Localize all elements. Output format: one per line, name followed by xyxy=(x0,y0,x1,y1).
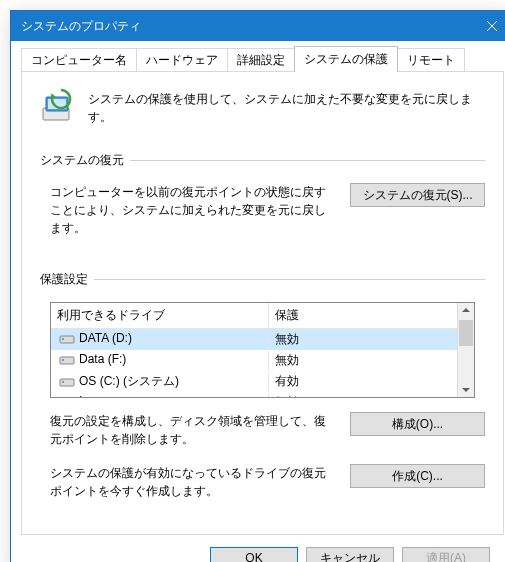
svg-rect-9 xyxy=(62,359,64,361)
protect-heading-label: 保護設定 xyxy=(40,271,88,288)
tab-remote[interactable]: リモート xyxy=(397,48,465,72)
create-button[interactable]: 作成(C)... xyxy=(350,464,485,488)
section-protect-heading: 保護設定 xyxy=(40,271,485,288)
apply-button: 適用(A) xyxy=(402,547,490,563)
tab-computer-name[interactable]: コンピューター名 xyxy=(21,48,137,72)
shield-restore-icon xyxy=(40,88,76,124)
drive-icon xyxy=(59,376,75,388)
drive-icon xyxy=(59,396,75,398)
dialog-footer: OK キャンセル 適用(A) xyxy=(21,535,504,562)
drive-icon xyxy=(59,354,75,366)
drive-name: Data (F:) xyxy=(79,352,126,366)
restore-heading-label: システムの復元 xyxy=(40,152,124,169)
configure-button[interactable]: 構成(O)... xyxy=(350,412,485,436)
drive-row[interactable]: OS (C:) (システム) 有効 xyxy=(51,371,474,392)
divider xyxy=(130,160,485,161)
configure-row: 復元の設定を構成し、ディスク領域を管理して、復元ポイントを削除します。 構成(O… xyxy=(40,412,485,448)
drive-icon xyxy=(59,333,75,345)
column-drive[interactable]: 利用できるドライブ xyxy=(51,303,269,328)
drive-row[interactable]: DATA (D:) 無効 xyxy=(51,329,474,350)
ok-button[interactable]: OK xyxy=(210,547,298,563)
intro-block: システムの保護を使用して、システムに加えた不要な変更を元に戻します。 xyxy=(40,88,485,126)
system-restore-button[interactable]: システムの復元(S)... xyxy=(350,183,485,207)
column-status[interactable]: 保護 xyxy=(269,303,474,328)
restore-row: コンピューターを以前の復元ポイントの状態に戻すことにより、システムに加えられた変… xyxy=(40,183,485,237)
drive-name: OS (C:) (システム) xyxy=(79,374,179,388)
tab-hardware[interactable]: ハードウェア xyxy=(136,48,228,72)
restore-description: コンピューターを以前の復元ポイントの状態に戻すことにより、システムに加えられた変… xyxy=(40,183,330,237)
create-description: システムの保護が有効になっているドライブの復元ポイントを今すぐ作成します。 xyxy=(40,464,330,500)
titlebar[interactable]: システムのプロパティ xyxy=(11,11,505,41)
window-title: システムのプロパティ xyxy=(21,18,141,35)
drive-list-body: DATA (D:) 無効 Data (F:) 無効 OS (C:) (システム)… xyxy=(51,329,474,398)
drive-status: 無効 xyxy=(269,393,474,398)
intro-text: システムの保護を使用して、システムに加えた不要な変更を元に戻します。 xyxy=(88,90,485,126)
drive-status: 有効 xyxy=(269,372,474,391)
drive-name: Image xyxy=(79,394,112,398)
section-restore-heading: システムの復元 xyxy=(40,152,485,169)
system-properties-window: システムのプロパティ コンピューター名 ハードウェア 詳細設定 システムの保護 … xyxy=(10,10,505,562)
tab-system-protection[interactable]: システムの保護 xyxy=(294,46,398,72)
tab-advanced[interactable]: 詳細設定 xyxy=(227,48,295,72)
drive-row[interactable]: Data (F:) 無効 xyxy=(51,350,474,371)
drive-status: 無効 xyxy=(269,330,474,349)
drive-list-header: 利用できるドライブ 保護 xyxy=(51,303,474,329)
scrollbar[interactable] xyxy=(457,303,474,397)
drive-status: 無効 xyxy=(269,351,474,370)
close-icon xyxy=(487,21,497,31)
close-button[interactable] xyxy=(469,11,505,41)
drive-name: DATA (D:) xyxy=(79,331,132,345)
dialog-body: コンピューター名 ハードウェア 詳細設定 システムの保護 リモート システムの保… xyxy=(11,41,505,562)
scrollbar-thumb[interactable] xyxy=(459,320,473,346)
svg-rect-7 xyxy=(62,338,64,340)
drive-list[interactable]: 利用できるドライブ 保護 DATA (D:) 無効 Data (F:) 無効 O… xyxy=(50,302,475,398)
tab-panel-system-protection: システムの保護を使用して、システムに加えた不要な変更を元に戻します。 システムの… xyxy=(21,71,504,535)
divider xyxy=(94,279,485,280)
svg-rect-11 xyxy=(62,381,64,383)
drive-row[interactable]: Image 無効 xyxy=(51,392,474,398)
configure-description: 復元の設定を構成し、ディスク領域を管理して、復元ポイントを削除します。 xyxy=(40,412,330,448)
tab-strip: コンピューター名 ハードウェア 詳細設定 システムの保護 リモート xyxy=(21,49,504,71)
cancel-button[interactable]: キャンセル xyxy=(306,547,394,563)
create-row: システムの保護が有効になっているドライブの復元ポイントを今すぐ作成します。 作成… xyxy=(40,464,485,500)
